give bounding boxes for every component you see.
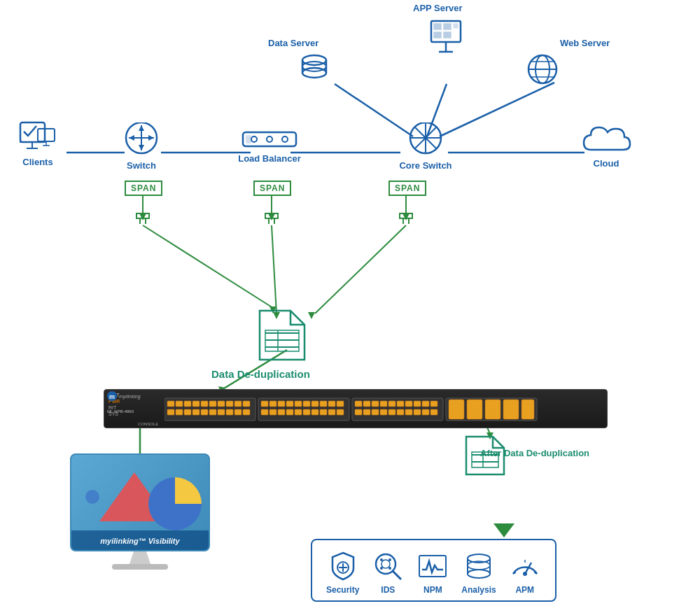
tool-analysis: Analysis <box>461 550 496 595</box>
svg-rect-110 <box>312 401 318 407</box>
svg-rect-37 <box>434 24 441 29</box>
visibility-brand-label: myilinking™ Visibility <box>100 537 179 545</box>
svg-point-70 <box>282 136 288 142</box>
core-switch-icon <box>394 122 457 157</box>
svg-marker-22 <box>402 213 410 220</box>
svg-rect-117 <box>286 409 293 415</box>
svg-rect-146 <box>449 400 464 419</box>
svg-rect-108 <box>295 401 302 407</box>
after-dedup-label: After Data De-duplication <box>480 448 589 458</box>
svg-rect-92 <box>243 401 250 407</box>
tool-npm: NPM <box>416 550 449 595</box>
svg-rect-95 <box>184 409 191 415</box>
svg-line-163 <box>393 571 401 579</box>
svg-point-168 <box>388 567 391 570</box>
svg-rect-89 <box>218 401 225 407</box>
svg-rect-119 <box>303 409 310 415</box>
svg-rect-106 <box>278 401 285 407</box>
svg-rect-107 <box>286 401 293 407</box>
load-balancer-node: Load Balancer <box>231 128 308 164</box>
svg-rect-129 <box>388 401 396 407</box>
svg-point-48 <box>302 62 326 71</box>
svg-rect-86 <box>192 401 200 407</box>
tool-security: Security <box>326 550 359 595</box>
svg-rect-127 <box>372 401 379 407</box>
svg-rect-138 <box>380 409 387 415</box>
svg-rect-125 <box>355 401 362 407</box>
svg-rect-97 <box>201 409 208 415</box>
svg-rect-140 <box>397 409 404 415</box>
svg-rect-150 <box>522 400 534 419</box>
svg-point-173 <box>468 570 490 578</box>
svg-rect-94 <box>176 409 183 415</box>
cloud-node: Cloud <box>578 123 634 169</box>
svg-rect-133 <box>422 401 429 407</box>
data-dedup-icon <box>254 308 310 362</box>
data-dedup-label: Data De-duplication <box>211 368 310 380</box>
svg-point-158 <box>85 490 99 504</box>
svg-rect-134 <box>430 401 438 407</box>
svg-marker-63 <box>139 125 144 131</box>
core-switch-node: Core Switch <box>394 122 457 171</box>
svg-rect-40 <box>444 32 451 38</box>
svg-rect-126 <box>363 401 370 407</box>
span-badge-lb: SPAN <box>253 181 291 196</box>
cloud-label: Cloud <box>578 158 634 169</box>
svg-marker-35 <box>493 523 514 537</box>
svg-rect-105 <box>270 401 276 407</box>
svg-rect-128 <box>380 401 387 407</box>
svg-marker-15 <box>268 213 275 220</box>
svg-rect-99 <box>218 409 225 415</box>
svg-rect-121 <box>320 409 327 415</box>
diagram: { "title": "Network Packet Broker Data D… <box>0 0 700 613</box>
svg-line-19 <box>272 225 276 313</box>
core-switch-label: Core Switch <box>394 160 457 171</box>
svg-rect-143 <box>422 409 429 415</box>
svg-rect-98 <box>209 409 216 415</box>
svg-rect-169 <box>419 556 446 577</box>
svg-line-12 <box>143 225 273 308</box>
svg-marker-66 <box>148 135 154 141</box>
svg-rect-122 <box>328 409 335 415</box>
web-server-icon <box>525 52 560 87</box>
svg-rect-113 <box>337 401 344 407</box>
svg-rect-41 <box>454 24 458 28</box>
svg-rect-100 <box>226 409 233 415</box>
svg-rect-16 <box>265 213 278 218</box>
svg-point-69 <box>267 136 272 142</box>
svg-rect-90 <box>226 401 233 407</box>
svg-rect-38 <box>444 24 451 29</box>
tool-ids: IDS <box>372 550 404 595</box>
svg-point-176 <box>523 572 527 576</box>
cloud-icon <box>578 123 634 155</box>
svg-marker-65 <box>129 135 134 141</box>
svg-marker-8 <box>139 213 146 220</box>
switch-node: Switch <box>113 122 169 171</box>
clients-icon <box>10 119 66 154</box>
svg-rect-84 <box>176 401 183 407</box>
svg-rect-112 <box>328 401 335 407</box>
svg-point-162 <box>376 554 396 574</box>
device-model: ML-NPB-4860 <box>107 409 134 414</box>
svg-rect-85 <box>184 401 191 407</box>
data-server-icon <box>300 53 329 85</box>
svg-rect-141 <box>405 409 412 415</box>
load-balancer-label: Load Balancer <box>231 153 308 164</box>
svg-rect-149 <box>503 400 519 419</box>
svg-rect-120 <box>312 409 318 415</box>
svg-marker-64 <box>139 145 144 150</box>
svg-rect-132 <box>414 401 421 407</box>
web-server-label: Web Server <box>560 38 610 48</box>
svg-rect-109 <box>303 401 310 407</box>
svg-point-166 <box>388 558 391 561</box>
svg-point-167 <box>380 567 383 570</box>
svg-point-165 <box>380 558 383 561</box>
svg-rect-111 <box>320 401 327 407</box>
network-device: MGT PWR RIT SYS ML-NPB-4860 CONSOLE <box>104 389 608 428</box>
visibility-monitor: myilinking™ Visibility <box>70 453 210 570</box>
svg-rect-23 <box>400 213 412 218</box>
svg-rect-114 <box>261 409 268 415</box>
svg-rect-139 <box>388 409 396 415</box>
svg-rect-83 <box>167 401 174 407</box>
svg-rect-39 <box>434 32 441 38</box>
